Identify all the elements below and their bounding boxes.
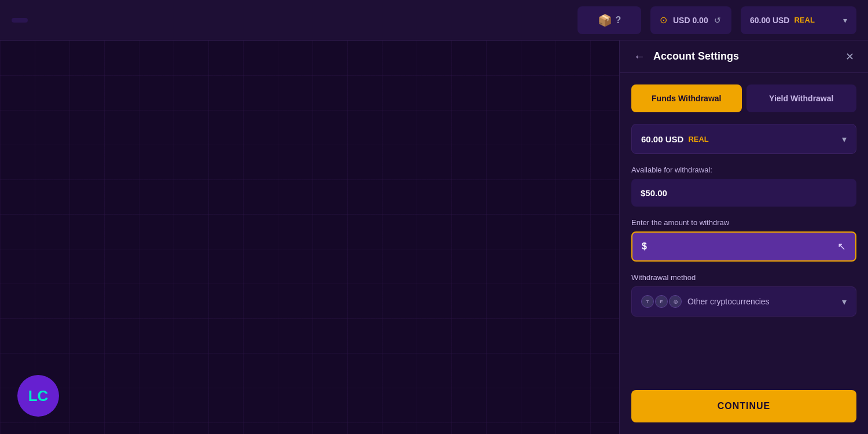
method-name: Other cryptocurrencies xyxy=(687,297,836,306)
logo-area xyxy=(12,18,28,23)
topbar-account-real: REAL xyxy=(794,16,814,24)
mystery-box-button[interactable]: 📦 ? xyxy=(578,6,641,34)
method-chevron: ▾ xyxy=(842,296,847,307)
cursor-icon: ↖ xyxy=(837,240,846,253)
method-label: Withdrawal method xyxy=(631,273,856,282)
right-panel: ← Account Settings ✕ Funds Withdrawal Yi… xyxy=(619,41,868,434)
tab-yield-withdrawal[interactable]: Yield Withdrawal xyxy=(746,84,857,112)
amount-label: Enter the amount to withdraw xyxy=(631,218,856,227)
crypto-icon-2: E xyxy=(655,295,668,308)
mystery-q-label: ? xyxy=(616,15,621,25)
panel-header: ← Account Settings ✕ xyxy=(620,41,868,73)
mystery-box-icon: 📦 xyxy=(598,13,612,27)
method-section: Withdrawal method T E ◎ Other cryptocurr… xyxy=(631,273,856,317)
logo-circle: LC xyxy=(17,375,59,417)
topbar-account-amount: 60.00 USD xyxy=(750,16,789,25)
amount-input-box[interactable]: $ ↖ xyxy=(631,231,856,262)
balance-button[interactable]: ⊙ USD 0.00 ↺ xyxy=(650,6,731,34)
continue-button[interactable]: CONTINUE xyxy=(631,390,856,422)
topbar: 📦 ? ⊙ USD 0.00 ↺ 60.00 USD REAL ▾ xyxy=(0,0,868,41)
refresh-icon: ↺ xyxy=(714,16,721,25)
tab-row: Funds Withdrawal Yield Withdrawal xyxy=(631,84,856,112)
balance-amount: USD 0.00 xyxy=(673,16,708,25)
close-button[interactable]: ✕ xyxy=(843,50,856,63)
account-selector-topbar[interactable]: 60.00 USD REAL ▾ xyxy=(741,6,856,34)
account-dropdown-amount: 60.00 USD xyxy=(641,134,683,144)
crypto-icon-3: ◎ xyxy=(669,295,682,308)
account-dropdown-chevron: ▾ xyxy=(842,134,847,145)
crypto-icon-group: T E ◎ xyxy=(641,295,682,308)
available-section: Available for withdrawal: $50.00 xyxy=(631,165,856,207)
amount-input[interactable] xyxy=(652,242,833,252)
balance-icon: ⊙ xyxy=(660,14,667,25)
main-content: LC ← Account Settings ✕ Funds Withdrawal… xyxy=(0,41,868,434)
topbar-account-chevron: ▾ xyxy=(843,16,847,25)
account-dropdown-real: REAL xyxy=(688,135,708,144)
logo-text xyxy=(12,18,28,23)
available-amount: $50.00 xyxy=(631,179,856,207)
method-dropdown[interactable]: T E ◎ Other cryptocurrencies ▾ xyxy=(631,286,856,317)
account-dropdown[interactable]: 60.00 USD REAL ▾ xyxy=(631,124,856,154)
crypto-icon-1: T xyxy=(641,295,654,308)
tab-funds-withdrawal[interactable]: Funds Withdrawal xyxy=(631,84,742,112)
available-label: Available for withdrawal: xyxy=(631,165,856,174)
panel-body: Funds Withdrawal Yield Withdrawal 60.00 … xyxy=(620,73,868,434)
back-button[interactable]: ← xyxy=(631,50,648,63)
panel-title: Account Settings xyxy=(653,50,837,62)
game-area: LC xyxy=(0,41,619,434)
currency-symbol: $ xyxy=(642,241,647,252)
amount-section: Enter the amount to withdraw $ ↖ xyxy=(631,218,856,262)
